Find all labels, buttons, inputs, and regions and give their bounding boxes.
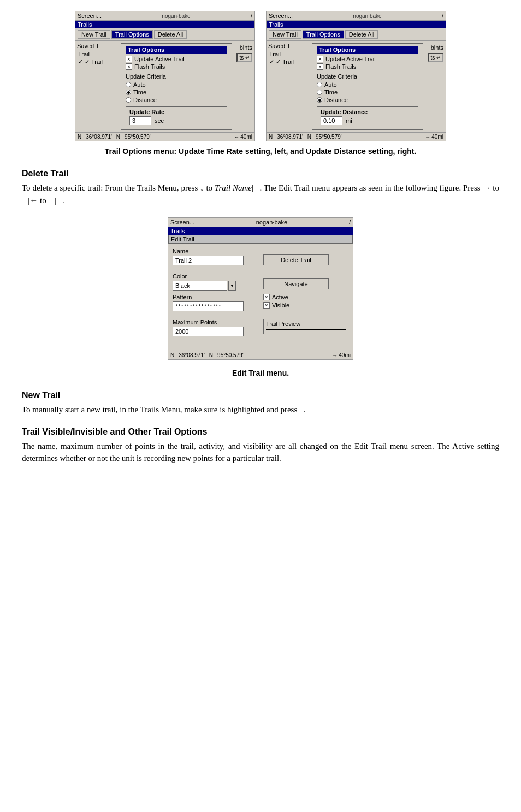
- et-delete-col: Delete Trail: [263, 248, 348, 270]
- new-trail-btn-left[interactable]: New Trail: [78, 30, 110, 39]
- trails-label-right: Trails: [267, 21, 446, 28]
- et-active-row[interactable]: × Active: [263, 294, 348, 300]
- screen-label-right: Screen...: [269, 13, 293, 19]
- trail-preview-label: Trail Preview: [266, 321, 346, 327]
- et-color-select[interactable]: Black: [173, 281, 227, 291]
- radio-auto-row-left[interactable]: Auto: [126, 81, 227, 88]
- flash-trails-label-left: Flash Trails: [134, 63, 165, 70]
- main-area-left: Saved T Trail ✓ Trail Trail Options × Up…: [75, 41, 254, 132]
- enter-btn-right[interactable]: ts ↵: [428, 53, 443, 62]
- et-active-checkbox[interactable]: ×: [263, 294, 270, 300]
- trail-item1-left[interactable]: Trail: [77, 50, 114, 58]
- et-checkbox-group: × Active × Visible: [263, 294, 348, 309]
- delete-trail-section: Delete Trail To delete a specific trail:…: [22, 169, 499, 206]
- radio-auto-left[interactable]: [126, 82, 131, 87]
- coord-dir2-left: N: [116, 134, 120, 140]
- device-name-left: nogan·bake: [162, 13, 190, 19]
- radio-auto-label-right: Auto: [324, 81, 337, 88]
- update-distance-box-right: Update Distance 0.10 mi: [317, 106, 418, 127]
- new-trail-btn-right[interactable]: New Trail: [269, 30, 301, 39]
- radio-time-left[interactable]: [126, 90, 131, 95]
- popup-title-left: Trail Options: [126, 46, 227, 54]
- trail-preview-box: Trail Preview: [263, 319, 348, 334]
- update-active-checkbox-left[interactable]: ×: [126, 56, 132, 62]
- saved-label-right: Saved T: [268, 43, 305, 49]
- flash-trails-checkbox-right[interactable]: ×: [317, 63, 323, 70]
- et-navigate-col: Navigate: [263, 273, 348, 291]
- et-active-label: Active: [272, 294, 288, 300]
- update-active-checkbox-right[interactable]: ×: [317, 56, 323, 62]
- et-color-arrow[interactable]: ▼: [228, 281, 236, 291]
- visible-body: The name, maximum number of points in th…: [22, 440, 499, 465]
- radio-time-row-left[interactable]: Time: [126, 89, 227, 96]
- points-label-left: bints: [240, 44, 252, 51]
- visible-heading: Trail Visible/Invisible and Other Trail …: [22, 427, 499, 437]
- et-status-bar: N 36°08.971' N 95°50.579' ↔ 40mi: [168, 351, 353, 359]
- main-area-right: Saved T Trail ✓ Trail Trail Options × Up…: [267, 41, 446, 132]
- update-criteria-label-right: Update Criteria: [317, 73, 418, 80]
- radio-distance-label-right: Distance: [324, 97, 348, 103]
- screenshots-caption: Trail Options menu: Update Time Rate set…: [97, 147, 424, 156]
- trail-item2-right[interactable]: ✓ Trail: [268, 58, 305, 66]
- radio-distance-row-right[interactable]: Distance: [317, 97, 418, 103]
- enter-btn-left[interactable]: ts ↵: [236, 53, 252, 62]
- update-active-trail-row-left: × Update Active Trail: [126, 56, 227, 62]
- status-bar-left: N 36°08.971' N 95°50.579' ↔ 40mi: [75, 132, 254, 141]
- update-active-label-right: Update Active Trail: [325, 56, 376, 62]
- et-slash: /: [349, 219, 351, 226]
- radio-time-row-right[interactable]: Time: [317, 89, 418, 96]
- coord-dir2-right: N: [307, 134, 311, 140]
- trail-options-btn-left[interactable]: Trail Options: [111, 30, 153, 39]
- navigate-btn[interactable]: Navigate: [263, 278, 329, 289]
- edit-trail-container: Screen... nogan·bake / Trails Edit Trail…: [22, 217, 499, 360]
- title-bar-left: Screen... nogan·bake /: [75, 11, 254, 21]
- et-coord-lon: 95°50.579': [217, 352, 244, 358]
- delete-all-btn-left[interactable]: Delete All: [154, 30, 187, 39]
- radio-time-right[interactable]: [317, 90, 322, 95]
- update-rate-value-left[interactable]: 3: [129, 116, 151, 125]
- radio-distance-row-left[interactable]: Distance: [126, 97, 227, 103]
- edit-trail-widget: Screen... nogan·bake / Trails Edit Trail…: [168, 217, 353, 360]
- update-distance-value-right[interactable]: 0.10: [321, 116, 342, 125]
- coord-dir-left: N: [78, 134, 81, 140]
- new-trail-section: New Trail To manually start a new trail,…: [22, 390, 499, 416]
- update-criteria-label-left: Update Criteria: [126, 73, 227, 80]
- update-criteria-left: Update Criteria Auto Time: [126, 73, 227, 103]
- et-edit-trail-label: Edit Trail: [168, 235, 353, 244]
- et-visible-checkbox[interactable]: ×: [263, 302, 270, 309]
- trail-item1-right[interactable]: Trail: [268, 50, 305, 58]
- delete-trail-btn[interactable]: Delete Trail: [263, 254, 329, 265]
- toolbar-right: New Trail Trail Options Delete All: [267, 28, 446, 41]
- radio-distance-label-left: Distance: [133, 97, 157, 103]
- coords-left: N 36°08.971' N 95°50.579': [78, 134, 151, 140]
- radio-auto-label-left: Auto: [133, 81, 146, 88]
- radio-distance-left[interactable]: [126, 97, 131, 103]
- radio-auto-row-right[interactable]: Auto: [317, 81, 418, 88]
- et-pattern-row: Pattern **************** × Active × Visi…: [173, 294, 348, 316]
- trail-list-right: Saved T Trail ✓ Trail: [267, 41, 307, 132]
- flash-trails-checkbox-left[interactable]: ×: [126, 63, 132, 70]
- visible-section: Trail Visible/Invisible and Other Trail …: [22, 427, 499, 465]
- et-name-col: Name Trail 2: [173, 248, 258, 270]
- et-name-label: Name: [173, 248, 258, 254]
- flash-trails-row-left: × Flash Trails: [126, 63, 227, 70]
- et-body: Name Trail 2 Delete Trail Color Black ▼: [168, 244, 353, 348]
- et-pattern-value[interactable]: ****************: [173, 301, 244, 311]
- trail-list-left: Saved T Trail ✓ Trail: [75, 41, 116, 132]
- et-maxpoints-col: Maximum Points 2000: [173, 319, 258, 341]
- update-criteria-right: Update Criteria Auto Time: [317, 73, 418, 103]
- trail-item2-left[interactable]: ✓ Trail: [77, 58, 114, 66]
- et-title-bar: Screen... nogan·bake /: [168, 218, 353, 227]
- et-visible-row[interactable]: × Visible: [263, 302, 348, 309]
- et-maxpoints-label: Maximum Points: [173, 319, 258, 325]
- radio-distance-right[interactable]: [317, 97, 322, 103]
- delete-trail-body: To delete a specific trail: From the Tra…: [22, 182, 499, 206]
- delete-all-btn-right[interactable]: Delete All: [345, 30, 378, 39]
- et-name-value[interactable]: Trail 2: [173, 256, 244, 265]
- et-pattern-col: Pattern ****************: [173, 294, 258, 316]
- trail-options-btn-right[interactable]: Trail Options: [303, 30, 344, 39]
- et-maxpoints-value[interactable]: 2000: [173, 327, 244, 336]
- radio-auto-right[interactable]: [317, 82, 322, 87]
- slash-right: /: [442, 13, 443, 19]
- update-rate-label-left: Update Rate: [129, 109, 223, 115]
